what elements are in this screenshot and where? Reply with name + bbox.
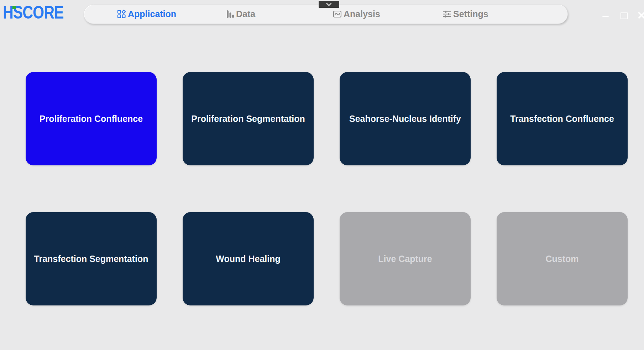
line-chart-icon bbox=[333, 9, 342, 19]
tile-label: Wound Healing bbox=[216, 253, 280, 264]
tile-transfection-confluence[interactable]: Transfection Confluence bbox=[497, 72, 628, 165]
tile-live-capture[interactable]: Live Capture bbox=[340, 212, 471, 305]
logo-accent-dot bbox=[12, 6, 16, 9]
tile-proliferation-confluence[interactable]: Proliferation Confluence bbox=[26, 72, 157, 165]
tab-label: Analysis bbox=[344, 9, 380, 19]
tile-label: Seahorse-Nucleus Identify bbox=[349, 113, 461, 124]
tile-label: Transfection Segmentation bbox=[34, 253, 148, 264]
sliders-icon bbox=[442, 9, 452, 19]
titlebar-dropdown-button[interactable] bbox=[319, 1, 339, 8]
tile-custom[interactable]: Custom bbox=[497, 212, 628, 305]
bar-chart-icon bbox=[226, 9, 235, 19]
tile-label: Proliferation Confluence bbox=[40, 113, 143, 124]
tile-label: Custom bbox=[545, 253, 578, 264]
close-button[interactable] bbox=[638, 11, 644, 19]
tab-application[interactable]: Application bbox=[117, 5, 176, 24]
application-grid: Proliferation Confluence Proliferation S… bbox=[26, 72, 628, 305]
tab-label: Settings bbox=[453, 9, 488, 19]
maximize-button[interactable] bbox=[621, 12, 628, 19]
tab-label: Application bbox=[128, 9, 176, 19]
tile-label: Live Capture bbox=[378, 253, 432, 264]
close-icon bbox=[638, 11, 644, 19]
tile-label: Transfection Confluence bbox=[510, 113, 614, 124]
tile-proliferation-segmentation[interactable]: Proliferation Segmentation bbox=[183, 72, 314, 165]
minimize-button[interactable] bbox=[602, 16, 609, 17]
chevron-down-icon bbox=[326, 3, 332, 6]
tab-settings[interactable]: Settings bbox=[442, 5, 488, 24]
tile-label: Proliferation Segmentation bbox=[191, 113, 305, 124]
tile-seahorse-nucleus-identify[interactable]: Seahorse-Nucleus Identify bbox=[340, 72, 471, 165]
minimize-icon bbox=[602, 16, 609, 17]
app-grid-icon bbox=[117, 9, 126, 19]
tab-data[interactable]: Data bbox=[226, 5, 255, 24]
tab-label: Data bbox=[236, 9, 255, 19]
app-logo-text: HSCORE bbox=[3, 4, 63, 21]
tile-transfection-segmentation[interactable]: Transfection Segmentation bbox=[26, 212, 157, 305]
maximize-icon bbox=[621, 12, 628, 19]
app-logo: HSCORE bbox=[3, 4, 77, 21]
tile-wound-healing[interactable]: Wound Healing bbox=[183, 212, 314, 305]
tab-analysis[interactable]: Analysis bbox=[333, 5, 380, 24]
